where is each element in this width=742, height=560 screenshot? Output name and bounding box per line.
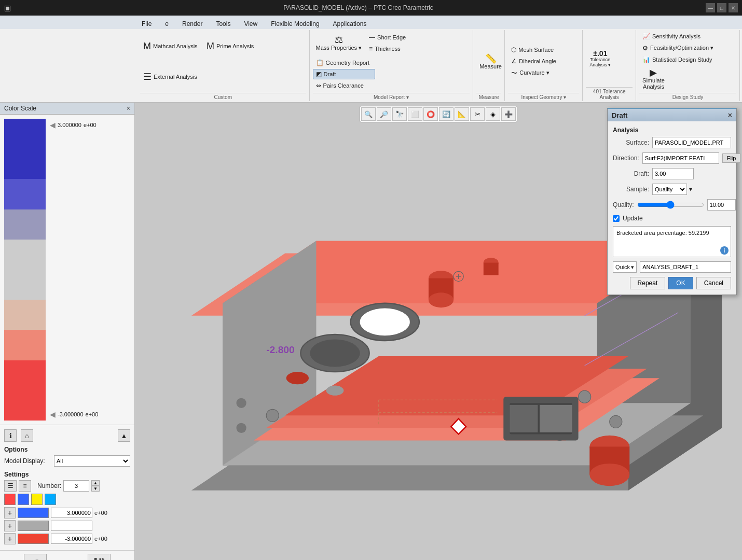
row-add-2[interactable]: +	[4, 533, 16, 544]
geometry-report-button[interactable]: 📋 Geometry Report	[313, 58, 375, 68]
number-input[interactable]	[63, 480, 89, 492]
bottom-btn-right[interactable]: 💾	[88, 554, 111, 560]
swatch-red[interactable]	[4, 494, 16, 505]
quality-slider[interactable]	[637, 201, 704, 209]
add-btn[interactable]: ➕	[501, 107, 516, 121]
swatch-0[interactable]	[18, 508, 49, 518]
zoom-fit-btn[interactable]: 🔍	[361, 107, 376, 121]
swatch-cyan[interactable]	[45, 494, 56, 505]
rotate-btn[interactable]: 🔄	[439, 107, 454, 121]
quality-input[interactable]	[707, 199, 736, 211]
info-icon[interactable]: i	[720, 246, 729, 255]
tab-view[interactable]: View	[237, 18, 264, 29]
orbit-btn[interactable]: ⭕	[423, 107, 438, 121]
direction-input[interactable]	[642, 152, 719, 164]
swatch-2[interactable]	[18, 534, 49, 544]
mode-dropdown[interactable]: Quick ▾	[613, 261, 637, 273]
mass-properties-button[interactable]: ⚖ Mass Properties ▾	[313, 33, 365, 53]
row-input-1[interactable]	[51, 521, 92, 531]
row-add-1[interactable]: +	[4, 520, 16, 531]
sensitivity-button[interactable]: 📈 Sensitivity Analysis	[639, 31, 717, 41]
mesh-surface-button[interactable]: ⬡ Mesh Surface	[508, 45, 570, 55]
update-row: Update	[613, 215, 731, 222]
collapse-btn[interactable]: ▲	[118, 429, 130, 442]
swatch-yellow[interactable]	[31, 494, 43, 505]
sm-bolt-1	[236, 398, 246, 408]
info-row: ℹ ⌂ ▲	[4, 429, 130, 442]
home-icon-btn[interactable]: ⌂	[21, 429, 33, 442]
model-display-select[interactable]: All Wireframe Shaded	[54, 455, 130, 467]
list-icon-btn[interactable]: ≡	[19, 480, 31, 492]
tab-file[interactable]: File	[135, 18, 158, 29]
tab-analysis[interactable]: e	[158, 18, 175, 29]
swatch-blue[interactable]	[18, 494, 29, 505]
measure-vp-btn[interactable]: 📐	[455, 107, 469, 121]
bottom-btn-left[interactable]: ↺	[24, 554, 47, 560]
mathcad-analysis-button[interactable]: M Mathcad Analysis	[140, 39, 202, 53]
app-menu-icon[interactable]: ▣	[4, 4, 11, 12]
info-icon-btn[interactable]: ℹ	[4, 429, 17, 442]
pairs-clearance-button[interactable]: ⇔ Pairs Clearance	[313, 80, 375, 91]
grid-icon-btn[interactable]: ☰	[4, 480, 17, 492]
curvature-button[interactable]: 〜 Curvature ▾	[508, 67, 570, 78]
slot-left	[510, 405, 538, 432]
quality-label: Quality:	[613, 201, 634, 208]
close-button[interactable]: ✕	[729, 3, 738, 12]
group-label-custom: Custom	[140, 93, 306, 100]
thickness-button[interactable]: ≡ Thickness	[366, 44, 428, 54]
tab-flexible-modeling[interactable]: Flexible Modeling	[264, 18, 326, 29]
settings-label: Settings	[4, 471, 29, 478]
spin-down[interactable]: ▼	[91, 486, 100, 492]
swatch-1[interactable]	[18, 521, 49, 531]
prime-analysis-button[interactable]: M Prime Analysis	[203, 39, 266, 53]
ribbon-tabs: File e Render Tools View Flexible Modeli…	[0, 16, 742, 29]
number-spinner: ▲ ▼	[91, 480, 100, 492]
zoom-out-btn[interactable]: 🔭	[392, 107, 407, 121]
repeat-button[interactable]: Repeat	[630, 277, 666, 289]
cancel-button[interactable]: Cancel	[696, 277, 731, 289]
flip-button[interactable]: Flip	[722, 153, 741, 163]
analysis-name-input[interactable]	[640, 261, 731, 273]
surface-input[interactable]	[652, 137, 731, 148]
dihedral-angle-button[interactable]: ∠ Dihedral Angle	[508, 56, 570, 66]
footer-row: Quick ▾	[613, 261, 731, 273]
feasibility-button[interactable]: ⚙ Feasibility/Optimization ▾	[639, 43, 717, 53]
minimize-button[interactable]: —	[706, 3, 715, 12]
scale-min-exp: e+00	[86, 411, 99, 417]
sample-select[interactable]: Quality Standard Fine	[652, 184, 687, 195]
zoom-in-btn[interactable]: 🔎	[377, 107, 391, 121]
tab-tools[interactable]: Tools	[209, 18, 237, 29]
tolerance-analysis-button[interactable]: ±.01 ToleranceAnalysis ▾	[586, 48, 614, 69]
color-scale-close[interactable]: ×	[127, 105, 130, 112]
tab-render[interactable]: Render	[175, 18, 209, 29]
simulate-button[interactable]: ▶ SimulateAnalysis	[639, 66, 668, 92]
ribbon-content: M Mathcad Analysis M Prime Analysis ☰ Ex…	[135, 29, 742, 102]
spin-up[interactable]: ▲	[91, 480, 100, 486]
frame-btn[interactable]: ⬜	[408, 107, 422, 121]
scale-labels: ◀ 3.000000 e+00 ◀ -3.000000 e+00	[50, 119, 130, 421]
draft-button[interactable]: ◩ Draft	[313, 69, 375, 79]
cut-btn[interactable]: ✂	[470, 107, 485, 121]
external-analysis-button[interactable]: ☰ External Analysis	[140, 70, 202, 83]
row-add-0[interactable]: +	[4, 507, 16, 519]
row-input-0[interactable]	[51, 508, 92, 518]
scale-max-value: 3.000000	[58, 122, 81, 128]
draft-close-button[interactable]: ×	[728, 111, 732, 119]
number-label: Number:	[37, 482, 61, 489]
hole-1-inner	[310, 340, 360, 367]
viewport[interactable]: 🔍 🔎 🔭 ⬜ ⭕ 🔄 📐 ✂ ◈ ➕	[135, 103, 742, 560]
target-btn[interactable]: ◈	[486, 107, 500, 121]
model-display-label: Model Display:	[4, 457, 51, 465]
draft-value-input[interactable]	[652, 168, 694, 179]
tab-applications[interactable]: Applications	[326, 18, 374, 29]
statistical-button[interactable]: 📊 Statistical Design Study	[639, 54, 717, 65]
update-checkbox[interactable]	[613, 215, 620, 222]
maximize-button[interactable]: □	[717, 3, 726, 12]
color-seg-1	[4, 179, 46, 209]
external-icon: ☰	[143, 72, 152, 81]
row-input-2[interactable]	[51, 534, 92, 544]
measure-button[interactable]: 📏 Measure	[476, 52, 505, 72]
ok-button[interactable]: OK	[668, 277, 693, 289]
short-edge-button[interactable]: — Short Edge	[366, 32, 428, 43]
group-label-tolerance: 401 Tolerance Analysis	[586, 87, 633, 100]
